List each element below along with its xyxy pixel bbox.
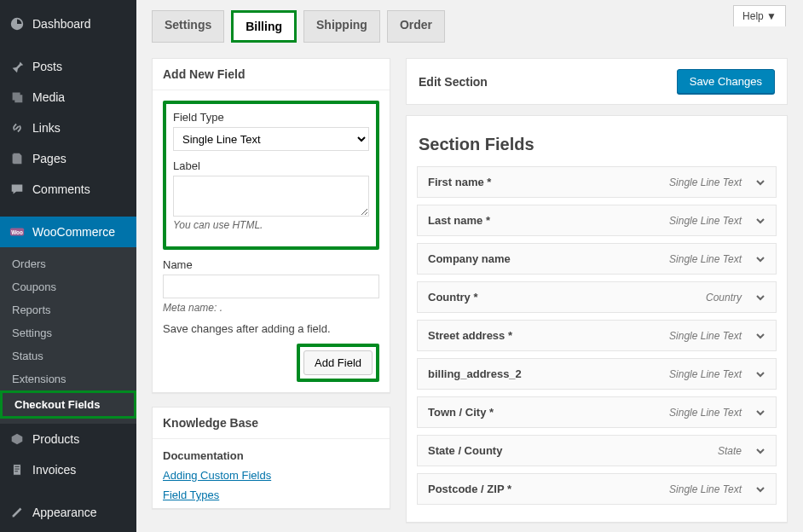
section-field-row[interactable]: billing_address_2Single Line Text <box>417 358 777 390</box>
kb-link-field-types[interactable]: Field Types <box>163 489 390 501</box>
name-input[interactable] <box>163 275 379 298</box>
sidebar-item-appearance[interactable]: Appearance <box>0 497 136 528</box>
chevron-down-icon[interactable] <box>755 254 765 264</box>
sidebar-item-links[interactable]: Links <box>0 113 136 143</box>
sidebar-item-posts[interactable]: Posts <box>0 51 136 82</box>
chevron-down-icon[interactable] <box>755 292 765 303</box>
section-field-type: State <box>718 445 742 457</box>
edit-section-title: Edit Section <box>419 75 488 89</box>
section-field-name: Company name <box>428 252 669 265</box>
label-textarea[interactable] <box>173 176 369 217</box>
edit-section-header: Edit Section Save Changes <box>406 58 788 105</box>
sidebar-subitem-extensions[interactable]: Extensions <box>0 367 136 390</box>
save-note: Save changes after adding a field. <box>163 322 379 335</box>
link-icon <box>9 119 26 136</box>
sidebar-item-label: Links <box>32 121 61 135</box>
dashboard-icon <box>9 15 26 32</box>
section-field-name: Last name * <box>428 214 669 227</box>
pages-icon <box>9 150 26 167</box>
section-field-row[interactable]: Town / City *Single Line Text <box>417 396 777 428</box>
kb-link-adding-fields[interactable]: Adding Custom Fields <box>163 469 390 482</box>
section-field-row[interactable]: Street address *Single Line Text <box>417 320 777 351</box>
save-changes-button[interactable]: Save Changes <box>677 69 775 94</box>
sidebar-item-label: Pages <box>32 152 66 165</box>
sidebar-item-invoices[interactable]: Invoices <box>0 454 136 485</box>
sidebar-submenu-woocommerce: Orders Coupons Reports Settings Status E… <box>0 247 136 424</box>
sidebar-item-label: Invoices <box>32 463 76 477</box>
chevron-down-icon[interactable] <box>755 408 765 418</box>
chevron-down-icon[interactable] <box>755 331 765 341</box>
highlight-add-field-button: Add Field <box>297 344 379 382</box>
sidebar-subitem-settings[interactable]: Settings <box>0 321 136 344</box>
tab-settings[interactable]: Settings <box>152 10 224 43</box>
meta-name-text: Meta name: . <box>163 302 379 314</box>
chevron-down-icon[interactable] <box>755 369 765 379</box>
section-field-row[interactable]: State / CountyState <box>417 435 777 466</box>
highlight-field-type-label: Field Type Single Line Text Label You ca… <box>163 101 379 250</box>
sidebar-item-label: Media <box>32 90 65 104</box>
section-fields-panel: Section Fields First name *Single Line T… <box>406 115 788 523</box>
admin-sidebar: Dashboard Posts Media Links Pages <box>0 0 136 532</box>
section-field-type: Single Line Text <box>669 215 742 227</box>
section-field-row[interactable]: Country *Country <box>417 281 777 313</box>
tab-order[interactable]: Order <box>387 10 445 43</box>
section-field-row[interactable]: First name *Single Line Text <box>417 166 777 198</box>
section-field-type: Single Line Text <box>669 407 742 419</box>
chevron-down-icon[interactable] <box>755 484 765 494</box>
add-field-button[interactable]: Add Field <box>303 350 373 375</box>
tab-shipping[interactable]: Shipping <box>303 10 380 43</box>
knowledge-base-panel: Knowledge Base Documentation Adding Cust… <box>152 407 390 509</box>
section-field-type: Country <box>706 292 742 304</box>
chevron-down-icon[interactable] <box>755 177 765 188</box>
section-field-type: Single Line Text <box>669 253 742 265</box>
section-field-name: State / County <box>428 444 718 457</box>
sidebar-item-label: Comments <box>32 182 90 196</box>
section-tabs: Settings Billing Shipping Order <box>152 10 788 43</box>
tab-billing[interactable]: Billing <box>231 10 297 43</box>
section-field-name: Town / City * <box>428 406 669 419</box>
section-field-type: Single Line Text <box>669 483 742 495</box>
label-hint: You can use HTML. <box>173 219 369 231</box>
section-field-row[interactable]: Postcode / ZIP *Single Line Text <box>417 473 777 505</box>
field-type-select[interactable]: Single Line Text <box>173 127 369 151</box>
section-field-name: Street address * <box>428 329 669 342</box>
pin-icon <box>9 58 26 75</box>
add-field-title: Add New Field <box>153 59 390 90</box>
section-fields-list: First name *Single Line TextLast name *S… <box>417 166 777 505</box>
sidebar-subitem-coupons[interactable]: Coupons <box>0 275 136 298</box>
sidebar-item-pages[interactable]: Pages <box>0 143 136 174</box>
invoices-icon <box>9 461 26 478</box>
section-field-name: Country * <box>428 291 706 304</box>
main-content: Help ▼ Settings Billing Shipping Order A… <box>136 0 803 532</box>
add-field-panel: Add New Field Field Type Single Line Tex… <box>152 58 390 393</box>
label-label: Label <box>173 159 369 172</box>
sidebar-item-label: Products <box>32 432 79 446</box>
comment-icon <box>9 181 26 198</box>
section-field-row[interactable]: Last name *Single Line Text <box>417 205 777 236</box>
sidebar-item-comments[interactable]: Comments <box>0 174 136 205</box>
chevron-down-icon[interactable] <box>755 216 765 226</box>
name-label: Name <box>163 258 379 271</box>
sidebar-subitem-reports[interactable]: Reports <box>0 298 136 321</box>
sidebar-item-products[interactable]: Products <box>0 424 136 454</box>
section-field-type: Single Line Text <box>669 330 742 342</box>
section-field-row[interactable]: Company nameSingle Line Text <box>417 243 777 275</box>
section-field-name: billing_address_2 <box>428 367 669 380</box>
chevron-down-icon[interactable] <box>755 446 765 456</box>
section-field-name: Postcode / ZIP * <box>428 483 669 495</box>
sidebar-item-dashboard[interactable]: Dashboard <box>0 9 136 39</box>
section-field-type: Single Line Text <box>669 368 742 380</box>
knowledge-base-title: Knowledge Base <box>153 408 390 439</box>
sidebar-subitem-checkout-fields[interactable]: Checkout Fields <box>0 390 136 419</box>
section-fields-heading: Section Fields <box>419 135 777 154</box>
sidebar-subitem-orders[interactable]: Orders <box>0 252 136 275</box>
section-field-type: Single Line Text <box>669 176 742 188</box>
sidebar-item-media[interactable]: Media <box>0 82 136 113</box>
sidebar-item-woocommerce[interactable]: Woo WooCommerce <box>0 217 136 247</box>
sidebar-subitem-status[interactable]: Status <box>0 344 136 367</box>
sidebar-item-label: Appearance <box>32 506 97 519</box>
appearance-icon <box>9 504 26 521</box>
section-field-name: First name * <box>428 176 669 188</box>
help-tab[interactable]: Help ▼ <box>733 5 786 26</box>
sidebar-item-plugins[interactable]: Plugins 3 <box>0 528 136 532</box>
